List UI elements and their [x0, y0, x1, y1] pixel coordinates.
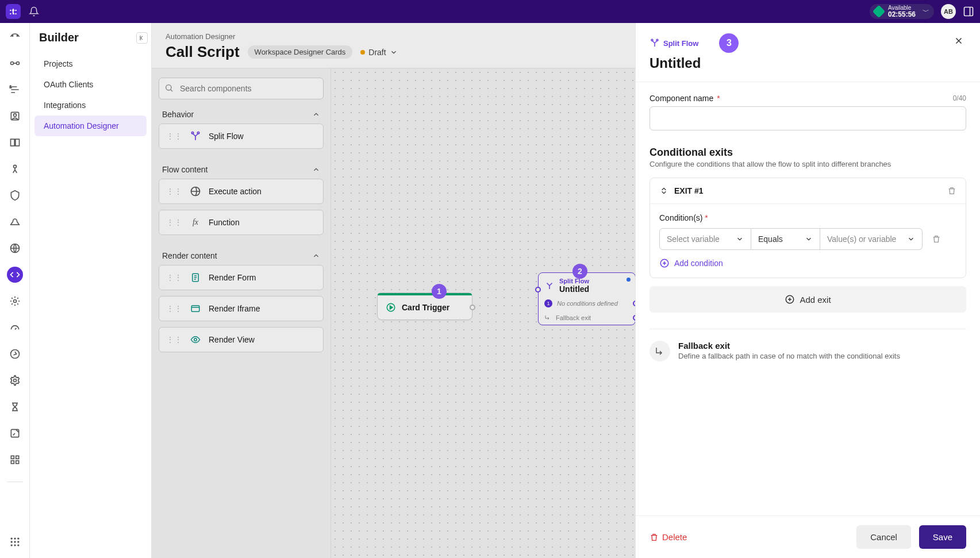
component-execute-action[interactable]: ⋮⋮ Execute action [159, 179, 324, 204]
collapse-icon[interactable] [659, 186, 668, 195]
status-text: Draft [368, 48, 386, 57]
cancel-button[interactable]: Cancel [856, 525, 911, 549]
component-render-view[interactable]: ⋮⋮ Render View [159, 327, 324, 352]
svg-point-7 [13, 114, 16, 117]
drag-handle-icon: ⋮⋮ [166, 218, 182, 227]
fallback-arrow-icon [650, 341, 670, 361]
rail-icon-11[interactable] [7, 293, 23, 309]
rail-icon-9[interactable] [7, 240, 23, 256]
operator-select[interactable]: Equals [751, 228, 820, 250]
add-condition-button[interactable]: Add condition [659, 258, 956, 268]
output-port[interactable] [470, 305, 475, 310]
drag-handle-icon: ⋮⋮ [166, 132, 182, 141]
drag-handle-icon: ⋮⋮ [166, 273, 182, 282]
close-button[interactable] [951, 33, 966, 48]
rail-icon-16[interactable] [7, 425, 23, 441]
app-logo[interactable]: :t: [6, 4, 21, 19]
svg-point-12 [13, 300, 16, 303]
rail-icon-8[interactable] [7, 214, 23, 230]
collapse-panel-button[interactable] [136, 32, 148, 44]
rail-icon-7[interactable] [7, 187, 23, 203]
svg-point-28 [17, 544, 19, 546]
plus-circle-icon [785, 294, 795, 305]
svg-rect-17 [16, 456, 18, 459]
nav-projects[interactable]: Projects [34, 53, 147, 74]
component-render-iframe[interactable]: ⋮⋮ Render Iframe [159, 296, 324, 321]
split-flow-icon [544, 280, 555, 291]
rail-icon-code[interactable] [7, 267, 23, 283]
node-card-trigger[interactable]: Card Trigger [377, 293, 472, 320]
value-select[interactable]: Value(s) or variable [820, 228, 923, 250]
rail-icon-13[interactable] [7, 346, 23, 362]
notifications-icon[interactable] [29, 6, 39, 17]
flow-canvas[interactable]: Card Trigger 1 Split Flow Untitled [331, 68, 635, 558]
rail-icon-6[interactable] [7, 161, 23, 177]
save-button[interactable]: Save [919, 525, 966, 549]
search-icon [164, 83, 174, 93]
nav-integrations[interactable]: Integrations [34, 95, 147, 116]
rail-icon-1[interactable] [7, 29, 23, 45]
breadcrumb[interactable]: Automation Designer [166, 32, 621, 41]
node-split-flow[interactable]: Split Flow Untitled 1 No conditions defi… [538, 272, 635, 325]
svg-rect-34 [191, 306, 199, 312]
component-render-form[interactable]: ⋮⋮ Render Form [159, 265, 324, 290]
chevron-down-icon [907, 235, 915, 243]
form-icon [189, 271, 202, 284]
panel-toggle-icon[interactable] [963, 6, 974, 17]
exit-1-label: EXIT #1 [674, 186, 704, 195]
svg-rect-9 [15, 139, 19, 146]
status-dropdown[interactable]: Draft [360, 48, 397, 57]
chevron-up-icon [312, 110, 320, 118]
iframe-icon [189, 302, 202, 315]
nav-oauth-clients[interactable]: OAuth Clients [34, 74, 147, 95]
eye-icon [189, 333, 202, 346]
svg-point-37 [651, 39, 653, 41]
rail-icon-17[interactable] [7, 452, 23, 468]
unsaved-indicator-icon [627, 278, 631, 282]
apps-launcher-icon[interactable] [7, 534, 23, 550]
center-area: Automation Designer Call Script Workspac… [152, 23, 635, 558]
nav-automation-designer[interactable]: Automation Designer [34, 116, 147, 136]
svg-point-26 [10, 544, 12, 546]
svg-point-24 [14, 541, 16, 542]
svg-point-4 [16, 62, 19, 65]
agent-status-pill[interactable]: Available 02:55:56 ﹀ [870, 4, 934, 19]
chevron-down-icon [736, 235, 744, 243]
delete-condition-button[interactable] [932, 234, 941, 244]
flow-edge [472, 298, 538, 299]
callout-1: 1 [432, 284, 447, 299]
panel-title: Untitled [650, 55, 739, 71]
status-label: Available [888, 5, 916, 11]
delete-button[interactable]: Delete [650, 526, 696, 548]
add-exit-button[interactable]: Add exit [650, 286, 966, 313]
svg-point-27 [14, 544, 16, 546]
section-behavior[interactable]: Behavior [159, 99, 324, 124]
section-render-content[interactable]: Render content [159, 241, 324, 265]
panel-tag: Split Flow [663, 39, 698, 48]
rail-icon-12[interactable] [7, 320, 23, 336]
component-name-input[interactable] [650, 106, 966, 130]
rail-icon-2[interactable] [7, 55, 23, 71]
rail-icon-5[interactable] [7, 134, 23, 151]
workspace-chip[interactable]: Workspace Designer Cards [248, 45, 353, 59]
rail-icon-4[interactable] [7, 108, 23, 124]
user-avatar[interactable]: AB [941, 4, 956, 19]
rail-icon-3[interactable]: 1 [7, 82, 23, 98]
component-function[interactable]: ⋮⋮ fx Function [159, 210, 324, 235]
drag-handle-icon: ⋮⋮ [166, 187, 182, 196]
chevron-down-icon [805, 235, 813, 243]
svg-point-29 [166, 85, 171, 90]
search-input[interactable] [159, 78, 324, 99]
delete-exit-button[interactable] [947, 186, 956, 195]
svg-point-22 [17, 538, 19, 540]
svg-rect-16 [11, 456, 14, 459]
callout-2: 2 [572, 264, 587, 279]
rail-settings-icon[interactable] [7, 372, 23, 388]
section-flow-content[interactable]: Flow content [159, 155, 324, 179]
top-bar: :t: Available 02:55:56 ﹀ AB [0, 0, 980, 23]
variable-select[interactable]: Select variable [659, 228, 751, 250]
rail-icon-15[interactable] [7, 399, 23, 415]
component-split-flow[interactable]: ⋮⋮ Split Flow [159, 124, 324, 149]
branch-number: 1 [544, 299, 552, 307]
svg-rect-0 [964, 7, 973, 16]
